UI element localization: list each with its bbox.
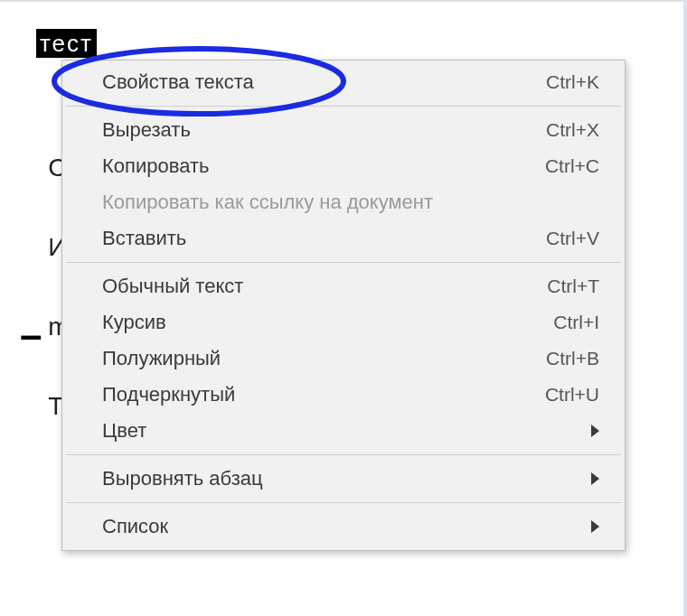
menu-separator (66, 106, 621, 107)
menu-item-copy-link: Копировать как ссылку на документ (62, 184, 625, 220)
menu-separator (66, 454, 621, 455)
menu-item-label: Свойства текста (102, 70, 528, 94)
menu-item-label: Обычный текст (102, 275, 529, 298)
menu-item-text-properties[interactable]: Свойства текстаCtrl+K (62, 64, 625, 100)
menu-item-plain[interactable]: Обычный текстCtrl+T (62, 268, 625, 304)
menu-item-paste[interactable]: ВставитьCtrl+V (62, 220, 625, 257)
menu-item-label: Подчеркнутый (102, 383, 527, 406)
menu-item-label: Копировать (102, 154, 527, 178)
menu-item-label: Полужирный (102, 347, 528, 370)
menu-item-label: Выровнять абзац (102, 467, 580, 490)
menu-item-shortcut: Ctrl+C (545, 155, 599, 177)
submenu-arrow-icon (591, 425, 599, 437)
menu-separator (66, 262, 621, 263)
submenu-arrow-icon (591, 472, 599, 485)
dash-mark: – (20, 313, 42, 358)
menu-item-cut[interactable]: ВырезатьCtrl+X (62, 112, 625, 148)
context-menu[interactable]: Свойства текстаCtrl+KВырезатьCtrl+XКопир… (61, 60, 626, 551)
menu-item-bold[interactable]: ПолужирныйCtrl+B (62, 341, 625, 377)
menu-item-label: Копировать как ссылку на документ (102, 191, 599, 214)
menu-item-color[interactable]: Цвет (62, 413, 625, 449)
menu-item-label: Вырезать (102, 118, 528, 142)
menu-item-underline[interactable]: ПодчеркнутыйCtrl+U (62, 377, 625, 413)
submenu-arrow-icon (591, 520, 599, 533)
menu-item-label: Цвет (102, 419, 580, 443)
menu-item-label: Вставить (102, 227, 528, 250)
menu-item-shortcut: Ctrl+U (545, 384, 599, 406)
menu-item-list[interactable]: Список (62, 509, 625, 545)
menu-item-italic[interactable]: КурсивCtrl+I (62, 304, 625, 341)
menu-item-shortcut: Ctrl+T (547, 275, 599, 297)
app-frame: тест С У Ин ma Те – Свойства текстаCtrl+… (0, 0, 687, 616)
menu-item-shortcut: Ctrl+X (546, 119, 599, 141)
menu-item-shortcut: Ctrl+V (546, 228, 599, 249)
menu-item-shortcut: Ctrl+I (553, 312, 599, 333)
menu-item-align[interactable]: Выровнять абзац (62, 461, 625, 497)
menu-separator (66, 502, 621, 503)
selected-text: тест (36, 29, 97, 58)
menu-item-shortcut: Ctrl+K (546, 71, 599, 93)
menu-item-copy[interactable]: КопироватьCtrl+C (62, 148, 625, 184)
menu-item-shortcut: Ctrl+B (546, 348, 599, 369)
menu-item-label: Список (102, 515, 580, 538)
menu-item-label: Курсив (102, 311, 535, 334)
